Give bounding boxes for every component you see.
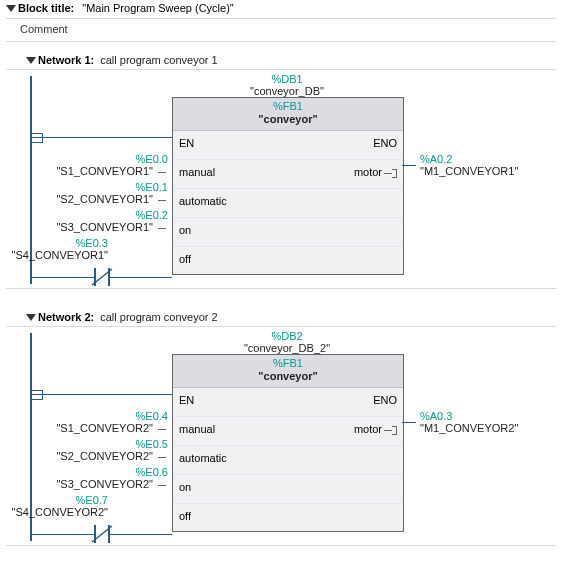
rail-branch <box>32 133 43 143</box>
fb-address: %FB1 <box>173 357 403 370</box>
output-operand-motor[interactable]: %A0.3 "M1_CONVEYOR2" <box>420 410 518 434</box>
fb-call-block[interactable]: %FB1 "conveyor" EN ENO manual motor auto… <box>172 97 404 275</box>
fb-pin-manual: manual <box>179 166 215 178</box>
network-2-title[interactable]: call program conveyor 2 <box>100 311 217 323</box>
wire-off <box>121 534 172 535</box>
fb-call-block[interactable]: %FB1 "conveyor" EN ENO manual motor auto… <box>172 354 404 532</box>
fb-pin-motor: motor <box>354 423 397 435</box>
fb-pin-en: EN <box>179 394 194 406</box>
nc-contact[interactable] <box>84 268 120 286</box>
block-title-row[interactable]: Block title: "Main Program Sweep (Cycle)… <box>6 0 556 19</box>
rail-branch <box>32 390 43 400</box>
fb-pin-en: EN <box>179 137 194 149</box>
block-title-label: Block title: <box>18 2 74 14</box>
network-1-body: %DB1 "conveyor_DB" %FB1 "conveyor" EN EN… <box>6 70 556 289</box>
fb-pin-motor: motor <box>354 166 397 178</box>
fb-header: %FB1 "conveyor" <box>173 355 403 388</box>
fb-symbol: "conveyor" <box>173 370 403 383</box>
fb-pin-on: on <box>179 224 191 236</box>
fb-pin-off: off <box>179 510 191 522</box>
wire-en <box>32 394 172 395</box>
fb-header: %FB1 "conveyor" <box>173 98 403 131</box>
wire-off <box>121 277 172 278</box>
fb-address: %FB1 <box>173 100 403 113</box>
input-operand-automatic[interactable]: %E0.1 "S2_CONVEYOR1" <box>6 181 168 205</box>
caret-down-icon <box>26 55 36 65</box>
fb-pin-on: on <box>179 481 191 493</box>
wire-motor <box>402 422 416 423</box>
svg-marker-0 <box>6 5 16 12</box>
wire-en <box>32 137 172 138</box>
db-address: %DB2 <box>172 330 402 342</box>
fb-pin-off: off <box>179 253 191 265</box>
fb-pin-manual: manual <box>179 423 215 435</box>
input-operand-manual[interactable]: %E0.4 "S1_CONVEYOR2" <box>6 410 168 434</box>
nc-contact[interactable] <box>84 525 120 543</box>
block-comment[interactable]: Comment <box>6 19 556 42</box>
db-symbol: "conveyor_DB" <box>172 85 402 97</box>
svg-line-4 <box>92 526 112 542</box>
output-operand-motor[interactable]: %A0.2 "M1_CONVEYOR1" <box>420 153 518 177</box>
fb-pin-eno: ENO <box>373 137 397 149</box>
svg-line-2 <box>92 269 112 285</box>
instance-db-label: %DB2 "conveyor_DB_2" <box>172 330 402 354</box>
db-symbol: "conveyor_DB_2" <box>172 342 402 354</box>
network-1-label: Network 1: <box>38 54 94 66</box>
fb-symbol: "conveyor" <box>173 113 403 126</box>
caret-down-icon <box>6 3 16 13</box>
input-operand-off[interactable]: %E0.7 "S4_CONVEYOR2" <box>0 494 108 518</box>
input-operand-off[interactable]: %E0.3 "S4_CONVEYOR1" <box>0 237 108 261</box>
caret-down-icon <box>26 312 36 322</box>
fb-pin-eno: ENO <box>373 394 397 406</box>
network-2-header[interactable]: Network 2: call program conveyor 2 <box>6 305 556 327</box>
fb-pin-rows: EN ENO manual motor automatic on off <box>173 131 403 275</box>
fb-pin-automatic: automatic <box>179 195 227 207</box>
fb-pin-rows: EN ENO manual motor automatic on off <box>173 388 403 532</box>
input-operand-manual[interactable]: %E0.0 "S1_CONVEYOR1" <box>6 153 168 177</box>
network-2-label: Network 2: <box>38 311 94 323</box>
input-operand-on[interactable]: %E0.6 "S3_CONVEYOR2" <box>6 466 168 490</box>
block-title-value[interactable]: "Main Program Sweep (Cycle)" <box>82 2 233 14</box>
svg-marker-1 <box>26 57 36 64</box>
wire-motor <box>402 165 416 166</box>
fb-pin-automatic: automatic <box>179 452 227 464</box>
network-1-title[interactable]: call program conveyor 1 <box>100 54 217 66</box>
instance-db-label: %DB1 "conveyor_DB" <box>172 73 402 97</box>
svg-marker-3 <box>26 314 36 321</box>
input-operand-on[interactable]: %E0.2 "S3_CONVEYOR1" <box>6 209 168 233</box>
network-1-header[interactable]: Network 1: call program conveyor 1 <box>6 48 556 70</box>
db-address: %DB1 <box>172 73 402 85</box>
input-operand-automatic[interactable]: %E0.5 "S2_CONVEYOR2" <box>6 438 168 462</box>
network-2-body: %DB2 "conveyor_DB_2" %FB1 "conveyor" EN … <box>6 327 556 546</box>
